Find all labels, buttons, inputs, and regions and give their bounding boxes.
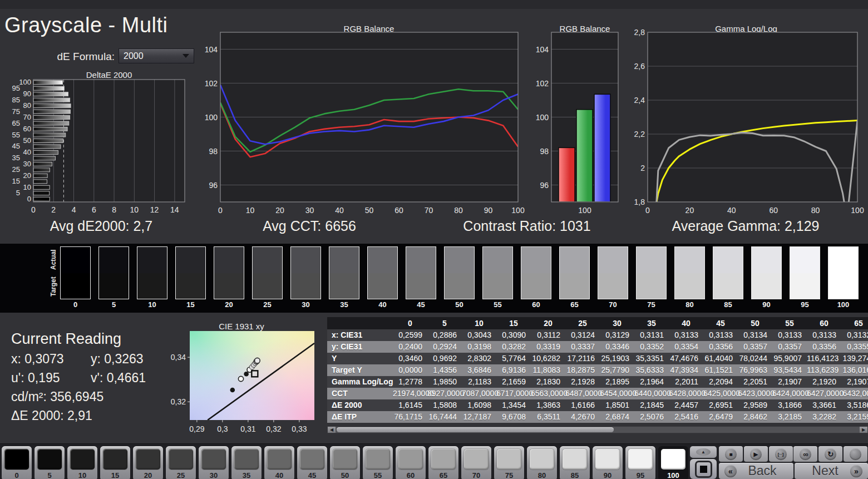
swatch-actual xyxy=(61,247,90,273)
swatch-target xyxy=(214,273,244,299)
table-cell: 76,1715 xyxy=(393,411,427,423)
patch-button-50[interactable]: 50 xyxy=(330,446,360,479)
patch-color xyxy=(267,449,292,470)
table-cell: 6424,0000 xyxy=(772,388,807,399)
table-cell: 2,1183 xyxy=(462,376,496,388)
play-button[interactable]: ▶ xyxy=(744,446,768,462)
swatch-target xyxy=(790,273,820,299)
back-button-label: Back xyxy=(737,463,788,478)
swatch-label: 100 xyxy=(828,300,859,309)
table-cell: 0,3346 xyxy=(600,341,634,353)
grayscale-swatch-65 xyxy=(559,246,590,299)
up-arrow-icon: ▲ xyxy=(696,448,711,456)
patch-label: 40 xyxy=(264,471,294,479)
patch-button-85[interactable]: 85 xyxy=(560,446,590,479)
de-formula-value: 2000 xyxy=(124,51,144,61)
patch-button-45[interactable]: 45 xyxy=(297,446,327,479)
patch-button-65[interactable]: 65 xyxy=(428,446,458,479)
scroll-right-icon[interactable]: ▶ xyxy=(860,427,867,433)
patch-button-35[interactable]: 35 xyxy=(231,446,262,479)
patch-button-0[interactable]: 0 xyxy=(2,446,32,479)
table-cell: 0,3133 xyxy=(772,329,807,341)
scrollbar-thumb[interactable] xyxy=(337,427,614,432)
extra-button[interactable] xyxy=(844,446,867,462)
patch-color xyxy=(628,449,653,470)
patch-label: 20 xyxy=(133,471,163,479)
back-button[interactable]: « Back xyxy=(719,463,793,479)
patch-button-55[interactable]: 55 xyxy=(363,446,393,479)
svg-text:100: 100 xyxy=(851,206,864,215)
window-pattern-button[interactable] xyxy=(690,459,717,479)
measurement-table: 05101520253035404550556065x: CIE310,2599… xyxy=(327,317,868,423)
table-cell: 6,9136 xyxy=(496,364,531,376)
swatch-label: 45 xyxy=(406,300,436,309)
rgb-balance-bar-chart: 9698100102104100 xyxy=(531,28,634,214)
svg-text:20: 20 xyxy=(23,171,31,180)
loop-button[interactable]: ↻ xyxy=(818,446,842,462)
table-scrollbar[interactable]: ◀ ▶ xyxy=(327,426,868,433)
column-header: 30 xyxy=(600,317,634,329)
swatch-target xyxy=(253,273,282,299)
table-cell: 2,8302 xyxy=(462,353,496,364)
patch-button-20[interactable]: 20 xyxy=(133,446,163,479)
swatch-actual xyxy=(828,247,858,273)
table-cell: 0,3355 xyxy=(841,341,868,353)
de-formula-dropdown[interactable]: 2000 xyxy=(119,48,194,63)
patch-label: 10 xyxy=(67,471,97,479)
patch-button-15[interactable]: 15 xyxy=(100,446,130,479)
table-cell: 1,6145 xyxy=(393,399,427,411)
patch-button-70[interactable]: 70 xyxy=(461,446,491,479)
patch-button-40[interactable]: 40 xyxy=(264,446,294,479)
swatch-label: 10 xyxy=(137,300,167,309)
continuous-button[interactable]: ∞ xyxy=(793,446,817,462)
patch-button-10[interactable]: 10 xyxy=(67,446,97,479)
patch-button-30[interactable]: 30 xyxy=(199,446,229,479)
swatch-label: 65 xyxy=(559,300,590,309)
patch-button-75[interactable]: 75 xyxy=(494,446,524,479)
patch-label: 45 xyxy=(297,471,327,479)
swatch-actual xyxy=(214,247,244,273)
table-cell: 3,2185 xyxy=(772,411,807,423)
column-header: 60 xyxy=(807,317,841,329)
swatch-actual xyxy=(253,247,282,273)
stop-button[interactable]: ■ xyxy=(719,446,743,462)
patch-button-5[interactable]: 5 xyxy=(34,446,65,479)
patch-button-80[interactable]: 80 xyxy=(527,446,557,479)
table-cell: 0,2886 xyxy=(427,329,462,341)
svg-text:100: 100 xyxy=(19,78,31,86)
patch-button-90[interactable]: 90 xyxy=(593,446,623,479)
swatch-target xyxy=(406,273,436,299)
svg-text:0: 0 xyxy=(31,205,36,214)
table-cell: 0,3337 xyxy=(565,341,600,353)
table-row: CCT21974,00008927,00007087,00006717,0000… xyxy=(327,388,868,399)
table-row: x: CIE310,25990,28860,30430,30900,31120,… xyxy=(327,329,868,341)
patch-button-60[interactable]: 60 xyxy=(396,446,426,479)
patch-button-100[interactable]: 100 xyxy=(658,446,688,479)
row-label: ΔE ITP xyxy=(327,411,393,423)
svg-text:10: 10 xyxy=(246,206,255,215)
patch-scroll-up-button[interactable]: ▲ xyxy=(690,446,717,458)
patch-label: 0 xyxy=(2,471,32,479)
patch-button-25[interactable]: 25 xyxy=(166,446,196,479)
table-cell: 9,6708 xyxy=(496,411,531,423)
row-label: Target Y xyxy=(327,364,393,376)
current-reading-line: cd/m²: 356,6945 xyxy=(11,389,146,404)
table-row: Y0,34600,96922,83025,776410,628217,21162… xyxy=(327,353,868,364)
next-button[interactable]: Next » xyxy=(795,463,868,479)
table-cell: 2,8462 xyxy=(738,411,772,423)
svg-text:1,8: 1,8 xyxy=(634,197,645,206)
scroll-left-icon[interactable]: ◀ xyxy=(328,427,336,433)
table-row: y: CIE310,24000,29240,31980,32820,33190,… xyxy=(327,341,868,353)
swatch-actual xyxy=(99,247,129,273)
svg-text:100: 100 xyxy=(205,113,218,122)
table-cell: 0,3090 xyxy=(496,329,531,341)
table-cell: 2,1920 xyxy=(807,376,841,388)
grayscale-swatch-5 xyxy=(98,246,129,299)
stop-icon: ■ xyxy=(725,448,737,460)
swatch-target xyxy=(713,273,743,299)
patch-button-95[interactable]: 95 xyxy=(625,446,655,479)
marker-button[interactable]: [··] xyxy=(769,446,793,462)
svg-text:80: 80 xyxy=(454,206,463,215)
swatch-label: 50 xyxy=(444,300,475,309)
svg-text:100: 100 xyxy=(578,206,591,215)
